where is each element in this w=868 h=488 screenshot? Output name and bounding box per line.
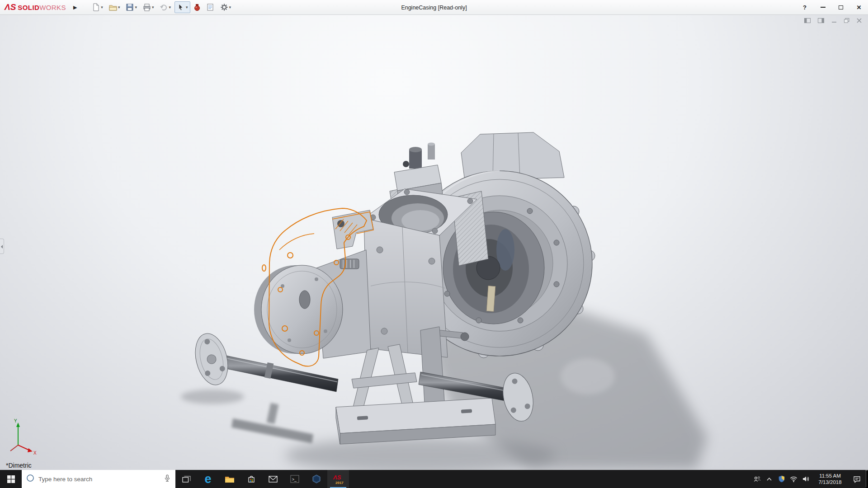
taskbar-store-button[interactable] — [241, 470, 262, 488]
svg-text:2017: 2017 — [335, 481, 344, 485]
edge-icon: e — [204, 473, 211, 485]
brand-light: WORKS — [39, 4, 66, 11]
dropdown-arrow-icon[interactable]: ▾ — [152, 5, 154, 9]
security-shield-icon — [778, 475, 785, 483]
maximize-button[interactable] — [832, 0, 850, 14]
taskbar-search[interactable]: Type here to search — [22, 470, 175, 488]
windows-logo-icon — [7, 475, 15, 483]
people-icon — [753, 475, 761, 483]
taskbar-edge-button[interactable]: e — [197, 470, 219, 488]
file-explorer-icon — [225, 475, 235, 483]
taskbar-terminal-button[interactable]: >_ — [284, 470, 306, 488]
appearance-icon — [194, 3, 200, 11]
gear-icon — [220, 3, 228, 11]
select-cursor-icon — [177, 3, 185, 11]
doc-minimize-button[interactable] — [830, 17, 838, 24]
search-icon — [26, 474, 34, 484]
new-document-button[interactable]: ▾ — [90, 1, 105, 13]
open-button[interactable]: ▾ — [107, 1, 123, 13]
graphics-area[interactable]: Y X *Dimetric — [0, 15, 868, 470]
clock-date: 7/13/2018 — [818, 479, 841, 485]
svg-text:ΛS: ΛS — [333, 474, 341, 481]
help-button[interactable]: ? — [796, 0, 814, 14]
doc-close-icon — [857, 18, 862, 23]
hidden-icons-button[interactable] — [763, 470, 775, 488]
system-tray: 11:55 AM 7/13/2018 — [751, 470, 868, 488]
doc-restore-icon — [844, 18, 849, 23]
taskbar-mail-button[interactable] — [262, 470, 284, 488]
tray-volume-button[interactable] — [800, 470, 812, 488]
start-button[interactable] — [0, 470, 22, 488]
clock-time: 11:55 AM — [819, 473, 841, 479]
document-title: EngineCasing [Read-only] — [401, 0, 467, 15]
hexagon-app-icon — [312, 474, 321, 483]
solidworks-logo: ΛS SOLIDWORKS — [0, 2, 66, 12]
network-wifi-icon — [790, 476, 797, 483]
tray-network-button[interactable] — [788, 470, 800, 488]
desktop: ΛS SOLIDWORKS ▶ ▾ ▾ ▾ ▾ — [0, 0, 868, 488]
standard-toolbar: ▾ ▾ ▾ ▾ ▾ ▾ — [90, 1, 233, 13]
brand-text: SOLIDWORKS — [18, 4, 66, 12]
save-icon — [126, 3, 134, 11]
terminal-icon: >_ — [290, 475, 299, 483]
taskbar-file-explorer-button[interactable] — [219, 470, 241, 488]
save-button[interactable]: ▾ — [123, 1, 139, 13]
dropdown-arrow-icon[interactable]: ▾ — [101, 5, 103, 9]
doc-restore-button[interactable] — [843, 17, 850, 24]
dropdown-arrow-icon[interactable]: ▾ — [229, 5, 231, 9]
orientation-triad[interactable]: Y X — [10, 418, 37, 455]
dropdown-arrow-icon[interactable]: ▾ — [118, 5, 120, 9]
dropdown-arrow-icon[interactable]: ▾ — [186, 5, 188, 9]
brand-bold: SOLID — [18, 4, 39, 11]
task-view-button[interactable] — [175, 470, 197, 488]
options-button[interactable]: ▾ — [218, 1, 234, 13]
tray-defender-button[interactable] — [775, 470, 788, 488]
svg-text:>_: >_ — [292, 477, 297, 482]
show-desktop-button[interactable] — [865, 470, 868, 488]
chevron-up-icon — [766, 476, 773, 482]
window-controls: ? ✕ — [796, 0, 868, 14]
document-window-controls — [803, 17, 863, 24]
undo-icon — [160, 3, 168, 11]
select-tool-button[interactable]: ▾ — [175, 1, 190, 13]
dock-left-icon — [804, 18, 811, 23]
tray-people-button[interactable] — [751, 470, 763, 488]
dock-right-icon — [818, 18, 824, 23]
file-properties-button[interactable] — [204, 1, 217, 13]
solidworks-icon: ΛS2017 — [332, 473, 344, 485]
3d-scene[interactable]: Y X — [0, 15, 868, 470]
menu-flyout-button[interactable]: ▶ — [71, 4, 79, 11]
taskbar-cad-app-button[interactable] — [306, 470, 327, 488]
view-orientation-label: *Dimetric — [6, 462, 32, 469]
undo-button[interactable]: ▾ — [157, 1, 173, 13]
open-folder-icon — [109, 3, 117, 11]
search-placeholder: Type here to search — [38, 476, 160, 483]
file-properties-icon — [206, 3, 214, 11]
ds-logo-icon: ΛS — [5, 2, 16, 12]
taskbar-clock[interactable]: 11:55 AM 7/13/2018 — [812, 470, 848, 488]
doc-dock-left-button[interactable] — [803, 17, 811, 24]
dropdown-arrow-icon[interactable]: ▾ — [135, 5, 137, 9]
action-center-button[interactable] — [848, 470, 865, 488]
windows-taskbar: Type here to search e >_ ΛS2017 — [0, 470, 868, 488]
microphone-icon[interactable] — [164, 474, 171, 484]
doc-close-button[interactable] — [856, 17, 863, 24]
action-center-icon — [853, 475, 861, 483]
maximize-icon — [839, 5, 843, 9]
triad-x-label: X — [33, 450, 37, 455]
mail-icon — [269, 476, 278, 483]
app-titlebar: ΛS SOLIDWORKS ▶ ▾ ▾ ▾ ▾ — [0, 0, 868, 15]
featuremanager-collapse-tab[interactable] — [0, 239, 4, 254]
appearance-button[interactable] — [192, 1, 203, 13]
doc-dock-right-button[interactable] — [817, 17, 825, 24]
print-icon — [143, 3, 151, 11]
print-button[interactable]: ▾ — [141, 1, 156, 13]
taskbar-solidworks-button[interactable]: ΛS2017 — [327, 470, 349, 488]
store-icon — [247, 475, 255, 483]
dropdown-arrow-icon[interactable]: ▾ — [169, 5, 171, 9]
minimize-icon — [821, 7, 826, 8]
new-document-icon — [92, 3, 100, 11]
close-button[interactable]: ✕ — [850, 0, 868, 14]
triad-y-label: Y — [14, 418, 17, 423]
minimize-button[interactable] — [814, 0, 832, 14]
